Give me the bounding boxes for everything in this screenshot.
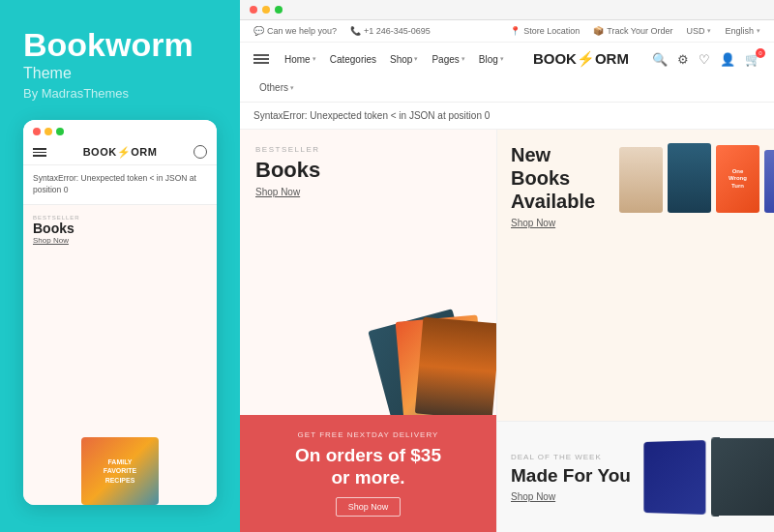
brand-info: Bookworm Theme By MadrasThemes [23,27,217,101]
books-grid: OneWrongTurn [619,143,774,213]
deal-label: DEAL OF THE WEEK [511,453,631,461]
new-books-section: New BooksAvailable Shop Now OneWrongTurn [497,130,774,421]
new-books-title: New BooksAvailable [511,143,608,213]
language-text: English [725,26,754,36]
nav-home[interactable]: Home ▾ [279,51,322,68]
dot-red [33,128,41,135]
track-order-text: Track Your Order [607,26,672,36]
bestseller-section: BESTSELLER Books Shop Now FAMILYFAVORITE… [240,130,496,415]
nav-categories[interactable]: Categories [324,51,382,68]
help-text: Can we help you? [267,26,337,36]
new-books-shop-now[interactable]: Shop Now [511,218,608,228]
bestseller-shop-now[interactable]: Shop Now [255,187,481,197]
delivery-shop-now-btn[interactable]: Shop Now [336,497,402,517]
brand-title: Bookworm [23,27,217,63]
delivery-label: GET FREE NEXTDAY DELIVERY [298,430,439,439]
currency-item[interactable]: USD ▾ [686,26,711,36]
track-order-item[interactable]: 📦 Track Your Order [593,26,672,36]
location-icon: 📍 [510,26,521,36]
nav-blog[interactable]: Blog ▾ [473,51,510,68]
book-stack: FAMILYFAVORITERECIPES [371,299,496,415]
nav-shop[interactable]: Shop ▾ [384,51,424,68]
left-panel: Bookworm Theme By MadrasThemes BOOK⚡ORM … [0,0,240,532]
store-location-item[interactable]: 📍 Store Location [510,26,580,36]
bestseller-label: BESTSELLER [255,145,481,154]
main-content: BESTSELLER Books Shop Now FAMILYFAVORITE… [240,130,774,532]
mockup-book-container: FAMILYFAVORITERECIPES [23,249,217,505]
book-front [415,317,496,415]
error-bar: SyntaxError: Unexpected token < in JSON … [240,103,774,130]
mockup-hamburger-icon[interactable] [33,148,46,157]
phone-icon: 📞 [350,26,361,36]
deal-books [642,438,774,516]
filter-icon[interactable]: ⚙ [677,52,689,67]
delivery-title: On orders of $35or more. [295,445,441,489]
mockup-user-icon [194,145,207,159]
book-item-2 [668,143,711,213]
delivery-section: GET FREE NEXTDAY DELIVERY On orders of $… [240,415,496,532]
mockup-nav: BOOK⚡ORM [23,139,217,165]
account-icon[interactable]: 👤 [720,52,735,67]
top-bar-right: 📍 Store Location 📦 Track Your Order USD … [510,26,760,36]
brand-by: By MadrasThemes [23,86,217,101]
browser-dot-red [250,6,257,14]
right-panel: 💬 Can we help you? 📞 +1 246-345-0695 📍 S… [240,0,774,532]
others-link[interactable]: Others ▾ [253,79,760,96]
dot-green [56,128,64,135]
deal-title: Made For You [511,465,631,487]
mockup-shop-now[interactable]: Shop Now [33,236,207,245]
deal-text: DEAL OF THE WEEK Made For You Shop Now [511,453,631,502]
nav-icons: 🔍 ⚙ ♡ 👤 🛒0 [652,52,760,67]
browser-dot-green [275,6,283,14]
store-location-text: Store Location [523,26,580,36]
currency-text: USD [686,26,704,36]
mockup-error-text: SyntaxError: Unexpected token < in JSON … [23,165,217,205]
mockup-book-image: FAMILYFAVORITERECIPES [81,437,159,505]
website-header: 💬 Can we help you? 📞 +1 246-345-0695 📍 S… [240,20,774,103]
content-left: BESTSELLER Books Shop Now FAMILYFAVORITE… [240,130,496,532]
brand-subtitle: Theme [23,65,217,82]
deal-book-1 [643,439,705,514]
content-right: New BooksAvailable Shop Now OneWrongTurn… [496,130,774,532]
top-bar-left: 💬 Can we help you? 📞 +1 246-345-0695 [253,26,431,36]
browser-dot-yellow [262,6,270,14]
mockup-bestseller: BESTSELLER Books Shop Now [23,205,217,249]
mockup-bestseller-title: Books [33,221,207,236]
deal-shop-now[interactable]: Shop Now [511,491,631,502]
cart-badge: 0 [756,48,765,58]
browser-chrome [240,0,774,20]
hamburger-icon[interactable] [253,54,269,64]
mockup-top-bar [23,120,217,139]
search-icon[interactable]: 🔍 [652,52,668,67]
mockup-content: BESTSELLER Books Shop Now FAMILYFAVORITE… [23,205,217,505]
language-chevron: ▾ [757,27,760,35]
book-item-4 [764,150,774,213]
deal-section: DEAL OF THE WEEK Made For You Shop Now [497,421,774,532]
error-text: SyntaxError: Unexpected token < in JSON … [253,110,490,121]
track-icon: 📦 [593,26,604,36]
help-item: 💬 Can we help you? [253,26,337,36]
mobile-mockup: BOOK⚡ORM SyntaxError: Unexpected token <… [23,120,217,505]
site-logo: BOOK⚡ORM [510,50,652,68]
top-bar: 💬 Can we help you? 📞 +1 246-345-0695 📍 S… [240,20,774,43]
language-item[interactable]: English ▾ [725,26,760,36]
phone-text: +1 246-345-0695 [364,26,431,36]
phone-item: 📞 +1 246-345-0695 [350,26,431,36]
bestseller-book-visual: FAMILYFAVORITERECIPES [371,299,496,415]
main-nav: Home ▾ Categories Shop ▾ Pages ▾ Blog ▾ … [240,43,774,75]
new-books-text: New BooksAvailable Shop Now [511,143,608,228]
wishlist-icon[interactable]: ♡ [699,52,710,67]
currency-chevron: ▾ [707,27,711,35]
mockup-logo: BOOK⚡ORM [54,146,186,159]
nav-pages[interactable]: Pages ▾ [426,51,470,68]
book-item-1 [619,147,663,213]
sub-nav: Others ▾ [240,75,774,102]
bestseller-title: Books [255,158,481,183]
dot-yellow [45,128,52,135]
cart-icon[interactable]: 🛒0 [745,52,760,67]
book-item-3: OneWrongTurn [716,145,759,213]
book-item-3-text: OneWrongTurn [729,168,747,190]
nav-links: Home ▾ Categories Shop ▾ Pages ▾ Blog ▾ [279,51,510,68]
help-icon: 💬 [253,26,264,36]
deal-book-2 [710,437,774,516]
